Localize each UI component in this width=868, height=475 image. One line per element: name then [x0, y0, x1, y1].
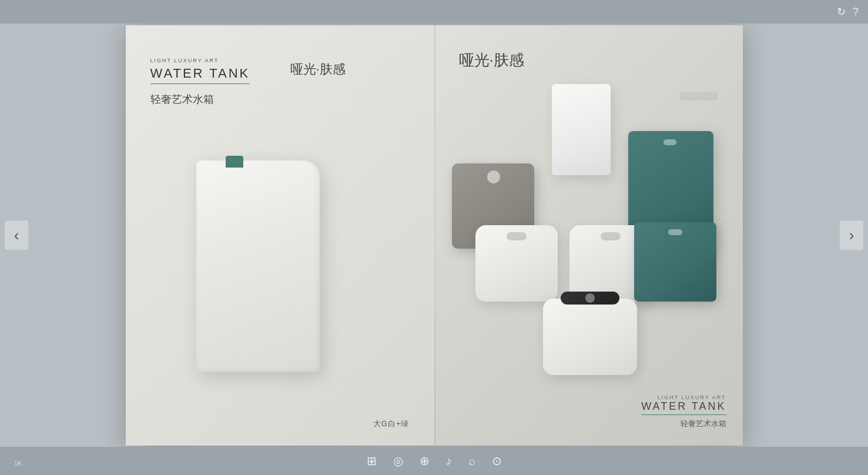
right-bottom-label: LIGHT LUXURY ART WATER TANK 轻奢艺术水箱: [641, 394, 726, 429]
sound-icon[interactable]: ♪: [446, 454, 452, 468]
left-title-large: WATER TANK: [150, 66, 250, 84]
more-icon[interactable]: ⊙: [492, 454, 502, 468]
tank-teal-lg-button: [663, 139, 676, 145]
left-page-text-block: LIGHT LUXURY ART WATER TANK 轻奢艺术水箱: [150, 58, 250, 106]
next-page-button[interactable]: ›: [840, 220, 863, 250]
tank-gray-sq-button: [487, 170, 500, 183]
tank-white-md-rc-button: [601, 232, 621, 240]
left-page: LIGHT LUXURY ART WATER TANK 轻奢艺术水箱 哑光·肤感…: [126, 25, 434, 446]
right-bottom-sub: LIGHT LUXURY ART: [641, 394, 726, 400]
tank-body-left: [196, 160, 320, 372]
right-page: 哑光·肤感: [434, 25, 743, 446]
target-icon[interactable]: ◎: [393, 454, 403, 468]
tank-teal-md-button: [668, 229, 682, 235]
tank-black-oval-lid: [561, 292, 619, 305]
top-bar: ↻ ?: [0, 0, 868, 24]
tank-black-oval-button: [585, 293, 595, 303]
book-spine: [434, 25, 435, 446]
product-tank-left: [196, 160, 320, 372]
search-icon[interactable]: ⌕: [468, 454, 475, 468]
tank-white-tall: [552, 84, 611, 175]
tank-spout: [226, 156, 243, 168]
zoom-in-icon[interactable]: ⊕: [420, 454, 430, 468]
tank-white-md-lc-button: [507, 232, 527, 240]
right-title-cn: 哑光·肤感: [459, 50, 524, 71]
tank-white-medium-left: [475, 225, 558, 302]
refresh-icon[interactable]: ↻: [837, 5, 846, 18]
right-bottom-title: WATER TANK: [641, 400, 726, 415]
bottom-bar: 1K ⊞ ◎ ⊕ ♪ ⌕ ⊙: [0, 447, 868, 475]
tank-teal-medium: [634, 222, 716, 302]
tank-white-tall-label: [680, 92, 718, 101]
products-group: [434, 78, 743, 446]
right-bottom-cn: 轻奢艺术水箱: [641, 419, 726, 429]
main-area: ‹ LIGHT LUXURY ART WATER TANK 轻奢艺术水箱 哑光·…: [0, 24, 868, 447]
book-spread: LIGHT LUXURY ART WATER TANK 轻奢艺术水箱 哑光·肤感…: [126, 25, 743, 446]
left-subtitle-small: LIGHT LUXURY ART: [150, 58, 250, 63]
page-number: 1K: [14, 460, 22, 467]
left-chinese-title: 轻奢艺术水箱: [150, 92, 250, 106]
help-icon[interactable]: ?: [853, 6, 859, 18]
grid-icon[interactable]: ⊞: [367, 454, 377, 468]
prev-page-button[interactable]: ‹: [5, 220, 28, 250]
tank-black-oval: [543, 299, 637, 375]
left-subtitle-cn: 哑光·肤感: [290, 61, 346, 78]
left-caption: 大G白+绿: [373, 419, 410, 429]
